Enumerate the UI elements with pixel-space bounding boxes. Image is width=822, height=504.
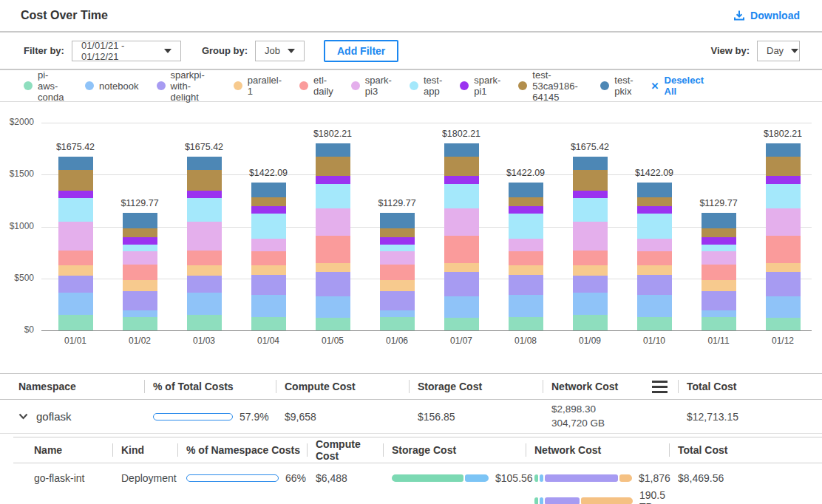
bar-segment-test-app: [509, 214, 543, 239]
col-pct-namespace-costs: % of Namespace Costs: [177, 444, 307, 456]
bar-total-label: $1129.77: [106, 198, 173, 208]
bar-segment-notebook: [766, 296, 801, 318]
view-by-label: View by:: [710, 45, 750, 56]
bar-segment-parallel-1: [766, 263, 801, 272]
namespace-pct: 57.9%: [240, 411, 269, 423]
bar-segment-test-53ca9186-64145: [573, 170, 608, 191]
bar-segment-sparkpi-with-delight: [316, 272, 350, 296]
bar-segment-etl-daily: [509, 251, 543, 265]
namespace-network-cost: $2,898.30 304,720 GB: [543, 403, 678, 429]
col-pct-total-costs: % of Total Costs: [144, 381, 276, 392]
gridline-2000: [41, 123, 812, 123]
bar-total-label: $1422.09: [235, 168, 302, 178]
workload-progress-bar: [186, 474, 279, 482]
bar-segment-test-pkix: [444, 143, 479, 157]
legend-dot-icon: [234, 81, 242, 90]
col-compute-cost: Compute Cost: [276, 381, 409, 392]
bar-segment-pi-aws-conda: [702, 317, 736, 330]
bar-segment-spark-pi3: [702, 251, 736, 265]
legend-item-parallel-1[interactable]: parallel-1: [234, 75, 282, 97]
stacked-bar-01/02: [123, 213, 157, 330]
bar-segment-pi-aws-conda: [187, 315, 222, 330]
view-by-select[interactable]: Day: [757, 41, 800, 61]
bar-segment-notebook: [187, 293, 222, 315]
bar-segment-test-53ca9186-64145: [123, 228, 157, 237]
date-range-select[interactable]: 01/01/21 - 01/12/21: [72, 41, 181, 61]
stacked-bar-01/12: [766, 143, 801, 330]
x-tick-label: 01/10: [628, 336, 680, 346]
workload-compute-cost: $6,488: [307, 471, 383, 484]
bar-segment-test-53ca9186-64145: [444, 157, 479, 176]
bar-segment-test-pkix: [316, 143, 350, 157]
bar-segment-spark-pi1: [187, 191, 222, 198]
deselect-all-button[interactable]: ✕ Deselect All: [651, 75, 704, 97]
bar-segment-test-app: [573, 198, 608, 221]
bar-segment-pi-aws-conda: [637, 317, 672, 330]
workload-pct: 66%: [285, 472, 306, 484]
workload-kind: Deployment: [112, 471, 177, 484]
legend-item-etl-daily[interactable]: etl-daily: [299, 75, 333, 97]
x-tick-label: 01/05: [307, 336, 359, 346]
bar-segment-test-53ca9186-64145: [187, 170, 222, 191]
bar-segment-pi-aws-conda: [123, 317, 157, 330]
bar-segment-etl-daily: [444, 236, 479, 263]
bar-segment-spark-pi3: [637, 239, 672, 251]
bar-segment-notebook: [702, 310, 736, 316]
bar-segment-parallel-1: [573, 265, 608, 276]
bar-segment-pi-aws-conda: [251, 317, 286, 330]
add-filter-button[interactable]: Add Filter: [324, 40, 398, 62]
chart-legend: pi-aws-condanotebooksparkpi-with-delight…: [0, 70, 822, 102]
y-tick-label: $1000: [0, 221, 34, 231]
col-storage-cost: Storage Cost: [409, 381, 543, 392]
column-menu-icon[interactable]: [652, 381, 668, 393]
stacked-bar-01/10: [637, 183, 672, 330]
legend-label: pi-aws-conda: [38, 69, 67, 103]
legend-item-test-app[interactable]: test-app: [410, 75, 442, 97]
x-tick-label: 01/12: [757, 336, 809, 346]
legend-item-notebook[interactable]: notebook: [85, 81, 139, 92]
bar-segment-etl-daily: [251, 251, 286, 265]
legend-item-test-53ca9186-64145[interactable]: test-53ca9186-64145: [518, 69, 582, 103]
mini-bar-segment: [545, 474, 618, 482]
table-row-goflask[interactable]: goflask 57.9% $9,658 $156.85 $2,898.30 3…: [0, 400, 822, 434]
bar-segment-parallel-1: [187, 265, 222, 276]
workload-total-cost: $8,469.56: [669, 471, 822, 484]
x-tick-label: 01/02: [114, 336, 166, 346]
download-button[interactable]: Download: [733, 10, 800, 21]
chevron-down-icon: [791, 49, 798, 53]
legend-item-sparkpi-with-delight[interactable]: sparkpi-with-delight: [157, 69, 216, 103]
mini-bar-segment: [392, 474, 463, 482]
table-row-go-flask-int[interactable]: go-flask-int Deployment 66% $6,488 $105.…: [13, 463, 822, 504]
bar-segment-test-app: [444, 184, 479, 208]
col-compute-cost: Compute Cost: [307, 438, 383, 462]
y-tick-label: $500: [0, 273, 34, 283]
subtable-header-row: Name Kind % of Namespace Costs Compute C…: [13, 437, 822, 463]
bar-segment-spark-pi3: [123, 251, 157, 265]
chevron-down-icon[interactable]: [18, 413, 28, 420]
network-usage-value: 304,720 GB: [551, 418, 678, 429]
bar-segment-sparkpi-with-delight: [187, 276, 222, 293]
stacked-bar-01/08: [509, 183, 543, 330]
bar-segment-test-53ca9186-64145: [58, 170, 93, 191]
mini-bar-segment: [534, 474, 538, 482]
group-by-select[interactable]: Job: [255, 41, 305, 61]
bar-segment-spark-pi3: [187, 222, 222, 251]
legend-item-pi-aws-conda[interactable]: pi-aws-conda: [24, 69, 67, 103]
bar-segment-etl-daily: [702, 265, 736, 280]
legend-item-spark-pi1[interactable]: spark-pi1: [460, 75, 500, 97]
bar-segment-pi-aws-conda: [509, 317, 543, 330]
legend-item-spark-pi3[interactable]: spark-pi3: [351, 75, 392, 97]
bar-segment-sparkpi-with-delight: [380, 291, 415, 311]
bar-segment-pi-aws-conda: [766, 318, 801, 330]
network-cost-value: $1,876: [639, 472, 670, 484]
x-tick-label: 01/01: [50, 336, 101, 346]
bar-segment-parallel-1: [123, 280, 157, 290]
bar-segment-test-pkix: [766, 143, 801, 157]
bar-segment-test-53ca9186-64145: [637, 197, 672, 206]
stacked-bar-01/07: [444, 143, 479, 330]
bar-segment-spark-pi3: [316, 208, 350, 236]
legend-label: test-app: [424, 75, 442, 97]
legend-item-test-pkix[interactable]: test-pkix: [600, 75, 633, 97]
cost-over-time-card: Cost Over Time Download Filter by: 01/01…: [0, 0, 822, 504]
bar-segment-test-53ca9186-64145: [509, 197, 543, 206]
